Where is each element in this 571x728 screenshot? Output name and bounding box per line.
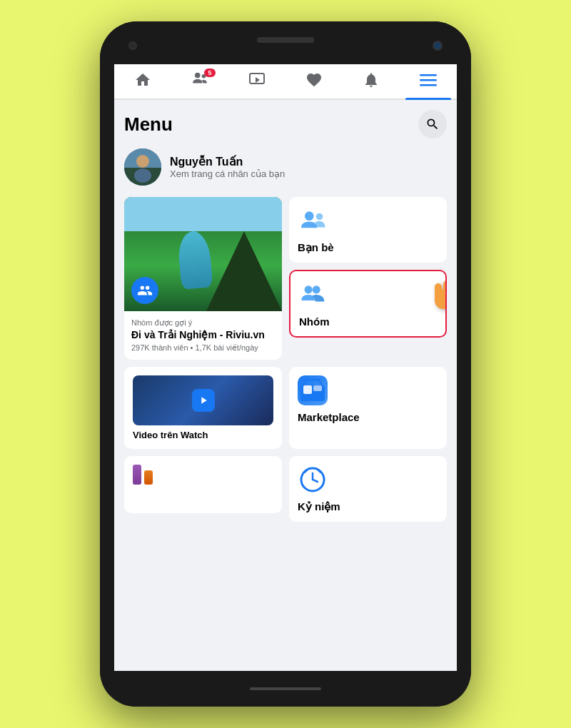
watch-video-label: Video trên Watch	[133, 430, 208, 440]
group-suggestion-card[interactable]: Nhóm được gợi ý Đi và Trải Nghiệm - Rivi…	[124, 197, 282, 360]
nav-notifications[interactable]	[343, 71, 400, 98]
face-id-camera	[433, 41, 443, 51]
svg-rect-4	[420, 74, 437, 76]
phone-device: 5	[100, 21, 471, 707]
profile-name: Nguyễn Tuấn	[170, 155, 285, 168]
svg-point-0	[195, 73, 201, 79]
phone-speaker	[257, 37, 314, 43]
nhom-label: Nhóm	[299, 315, 330, 328]
home-icon	[134, 71, 151, 93]
main-grid: Nhóm được gợi ý Đi và Trải Nghiệm - Rivi…	[124, 197, 447, 360]
group-card-meta: 297K thành viên • 1,7K bài viết/ngày	[131, 343, 275, 353]
svg-point-9	[136, 155, 149, 168]
group-card-icon	[131, 277, 158, 304]
nhom-card-icon	[299, 280, 329, 310]
friends-label: Bạn bè	[298, 241, 334, 254]
navigation-bar: 5	[114, 64, 457, 100]
memories-label: Kỷ niệm	[298, 500, 340, 513]
nav-dating[interactable]	[286, 71, 343, 98]
svg-rect-25	[313, 385, 322, 391]
group-card-title: Đi và Trải Nghiệm - Riviu.vn	[131, 329, 275, 340]
watch-card-image	[133, 375, 273, 425]
svg-rect-6	[420, 84, 437, 86]
bookmarks-card[interactable]	[124, 456, 282, 513]
front-camera	[128, 41, 137, 50]
play-icon	[192, 389, 215, 412]
marketplace-card-icon	[298, 375, 328, 405]
profile-row[interactable]: Nguyễn Tuấn Xem trang cá nhân của bạn	[124, 148, 447, 186]
svg-rect-17	[435, 283, 442, 299]
marketplace-card[interactable]: Marketplace	[289, 367, 447, 449]
nav-home[interactable]	[114, 71, 171, 98]
svg-rect-24	[303, 385, 312, 394]
svg-point-13	[305, 285, 313, 293]
memories-card[interactable]: Kỷ niệm	[289, 456, 447, 522]
watch-icon	[248, 71, 266, 93]
group-card-label: Nhóm được gợi ý	[131, 318, 275, 328]
watch-video-card[interactable]: Video trên Watch	[124, 367, 282, 449]
menu-header: Menu	[124, 110, 447, 138]
svg-rect-18	[443, 280, 447, 299]
svg-marker-3	[256, 77, 260, 83]
home-indicator	[250, 687, 321, 690]
svg-point-12	[316, 213, 323, 221]
avatar	[124, 148, 161, 186]
pointing-hand	[420, 275, 447, 333]
phone-top-bar	[100, 21, 471, 64]
second-bottom-grid: Kỷ niệm	[124, 456, 447, 522]
bell-icon	[363, 71, 380, 93]
bookmark-icon-area	[133, 465, 273, 485]
river	[177, 230, 213, 290]
avatar-image	[124, 148, 161, 186]
nav-friends[interactable]: 5	[171, 70, 228, 98]
friends-card-icon	[298, 206, 328, 236]
svg-rect-5	[420, 79, 437, 81]
phone-screen: 5	[114, 64, 457, 671]
memories-card-icon	[298, 465, 328, 495]
nav-watch[interactable]	[228, 71, 286, 98]
group-card-body: Nhóm được gợi ý Đi và Trải Nghiệm - Rivi…	[124, 311, 282, 360]
profile-info: Nguyễn Tuấn Xem trang cá nhân của bạn	[170, 155, 285, 179]
menu-content: Menu	[114, 100, 457, 669]
friends-card[interactable]: Bạn bè	[289, 197, 447, 263]
profile-subtitle: Xem trang cá nhân của bạn	[170, 168, 285, 179]
svg-point-10	[134, 168, 151, 183]
menu-title: Menu	[124, 113, 173, 136]
heart-icon	[305, 71, 323, 93]
phone-bottom-bar	[100, 671, 471, 707]
group-card-image	[124, 197, 282, 311]
svg-point-14	[313, 285, 320, 293]
friends-badge: 5	[204, 69, 216, 77]
marketplace-label: Marketplace	[298, 411, 360, 423]
search-button[interactable]	[418, 110, 447, 138]
hamburger-icon	[420, 71, 437, 93]
svg-point-11	[305, 211, 314, 221]
nhom-card[interactable]: Nhóm	[289, 270, 447, 338]
nav-menu[interactable]	[400, 71, 457, 98]
bottom-grid: Video trên Watch Marketplace	[124, 367, 447, 449]
